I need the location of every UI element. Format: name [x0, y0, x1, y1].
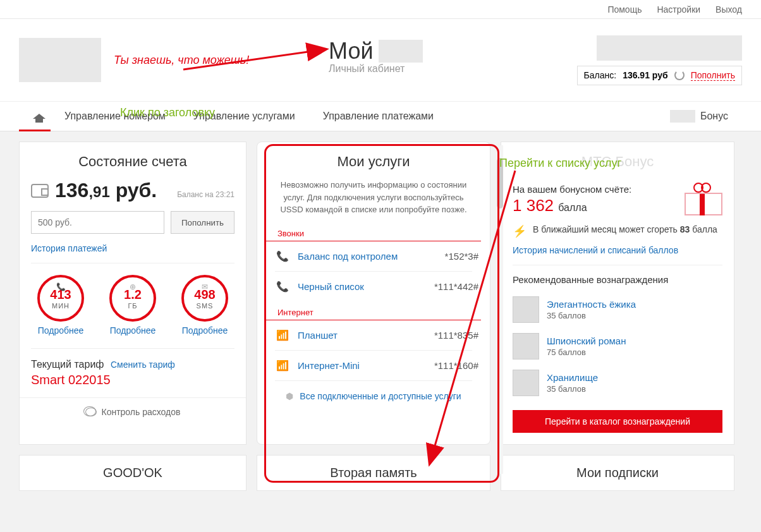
recommendations-title: Рекомендованные вознаграждения: [501, 265, 734, 291]
usage-meters: 📞413МИН Подробнее ⊕1.2ГБ Подробнее ✉498S…: [20, 263, 246, 341]
balance-value: 136.91 руб: [623, 70, 668, 80]
reward-item[interactable]: Элегантность ёжика35 баллов: [501, 291, 734, 328]
coins-icon: [85, 408, 97, 416]
main-nav: Управление номером Управление услугами У…: [0, 101, 761, 131]
bonus-history-link[interactable]: История начислений и списаний баллов: [513, 245, 678, 255]
tariff-name: Smart 022015: [31, 373, 234, 387]
sms-more-link[interactable]: Подробнее: [182, 325, 228, 336]
tab-bonus[interactable]: Бонус: [656, 101, 742, 131]
brand-subtitle: Личный кабинет: [329, 63, 423, 75]
gift-icon: [685, 184, 722, 215]
balance-widget: Баланс: 136.91 руб Пополнить: [577, 35, 742, 85]
account-title: Состояние счета: [20, 142, 246, 179]
signal-icon: 📶: [276, 360, 289, 372]
topup-amount-input[interactable]: [31, 211, 164, 234]
envelope-icon: ✉: [202, 282, 208, 291]
globe-icon: ⊕: [130, 282, 136, 291]
tab-home[interactable]: [19, 101, 51, 131]
bonus-expiry-warning: ⚡ В ближайший месяц может сгореть 83 бал…: [501, 222, 734, 245]
services-title: Мои услуги: [257, 142, 490, 179]
refresh-icon[interactable]: [674, 70, 685, 80]
reward-item[interactable]: Хранилище35 баллов: [501, 365, 734, 401]
tab-services[interactable]: Управление услугами: [180, 101, 309, 131]
scrollbar-thumb[interactable]: [497, 158, 503, 209]
reward-thumb: [513, 333, 539, 360]
bonus-card: МТС Бонус На вашем бонусном счёте: 1 362…: [501, 142, 734, 445]
ussd-code: *111*160#: [434, 360, 478, 371]
service-item[interactable]: 📞 Черный список *111*442#: [257, 272, 490, 301]
balance-label: Баланс:: [584, 70, 617, 80]
service-item[interactable]: 📶 Интернет-Mini *111*160#: [257, 351, 490, 380]
expense-control-link[interactable]: Контроль расходов: [20, 397, 246, 426]
brand-logo-placeholder: [379, 40, 423, 63]
change-tariff-link[interactable]: Сменить тариф: [111, 360, 175, 370]
home-icon: [33, 110, 37, 121]
services-card: Мои услуги Невозможно получить информаци…: [257, 142, 490, 445]
topup-button[interactable]: Пополнить: [171, 211, 234, 234]
bonus-label: На вашем бонусном счёте:: [513, 184, 677, 195]
data-more-link[interactable]: Подробнее: [110, 325, 156, 336]
tab-payments[interactable]: Управление платежами: [309, 101, 447, 131]
usage-minutes: 📞413МИН Подробнее: [37, 275, 84, 336]
usage-sms: ✉498SMS Подробнее: [181, 275, 228, 336]
phone-icon: 📞: [276, 281, 289, 293]
service-item[interactable]: 📶 Планшет *111*835#: [257, 320, 490, 350]
brand-title: Мой: [329, 38, 374, 64]
bonus-amount: 1 362 балла: [513, 196, 677, 215]
balance-amount: 136,91 руб.: [55, 179, 157, 202]
subscriptions-card[interactable]: Мои подписки: [501, 455, 734, 491]
signal-icon: 📶: [276, 329, 289, 341]
wallet-icon: [31, 184, 49, 198]
balance-timestamp: Баланс на 23:21: [177, 190, 234, 199]
reward-thumb: [513, 296, 539, 323]
goodok-card[interactable]: GOOD'OK: [19, 455, 247, 491]
nav-settings[interactable]: Настройки: [657, 4, 700, 15]
services-section-internet: Интернет: [266, 305, 481, 320]
phone-icon: 📞: [276, 250, 289, 262]
all-services-link[interactable]: ⬢Все подключенные и доступные услуги: [257, 381, 490, 411]
ussd-code: *111*835#: [434, 330, 478, 341]
catalog-button[interactable]: Перейти в каталог вознаграждений: [513, 410, 722, 433]
bonus-title: МТС Бонус: [501, 142, 734, 174]
reward-thumb: [513, 370, 539, 396]
phone-number-placeholder: [597, 35, 742, 61]
minutes-more-link[interactable]: Подробнее: [38, 325, 84, 336]
nav-help[interactable]: Помощь: [607, 4, 642, 15]
payment-history-link[interactable]: История платежей: [31, 243, 107, 253]
services-error-msg: Невозможно получить информацию о состоян…: [257, 179, 490, 226]
brand-block: Мой Личный кабинет: [329, 38, 423, 75]
header: Ты знаешь, что можешь! Мой Личный кабине…: [0, 19, 761, 101]
nav-logout[interactable]: Выход: [715, 4, 742, 15]
logo-placeholder: [19, 38, 101, 82]
ussd-code: *152*3#: [445, 251, 478, 262]
topup-link[interactable]: Пополнить: [691, 70, 735, 81]
phone-icon: 📞: [56, 282, 66, 291]
tariff-label: Текущий тариф: [31, 359, 104, 370]
usage-data: ⊕1.2ГБ Подробнее: [109, 275, 156, 336]
ussd-code: *111*442#: [434, 281, 478, 292]
bolt-icon: ⚡: [513, 224, 527, 238]
bonus-logo-placeholder: [670, 110, 695, 123]
second-memory-card[interactable]: Вторая память: [257, 455, 490, 491]
top-nav: Помощь Настройки Выход: [0, 0, 761, 19]
scrollbar[interactable]: [497, 145, 503, 474]
reward-item[interactable]: Шпионский роман75 баллов: [501, 328, 734, 365]
tab-number[interactable]: Управление номером: [51, 101, 180, 131]
services-section-calls: Звонки: [266, 226, 481, 241]
service-item[interactable]: 📞 Баланс под контролем *152*3#: [257, 241, 490, 271]
slogan: Ты знаешь, что можешь!: [114, 54, 249, 67]
account-card: Состояние счета 136,91 руб. Баланс на 23…: [19, 142, 247, 445]
